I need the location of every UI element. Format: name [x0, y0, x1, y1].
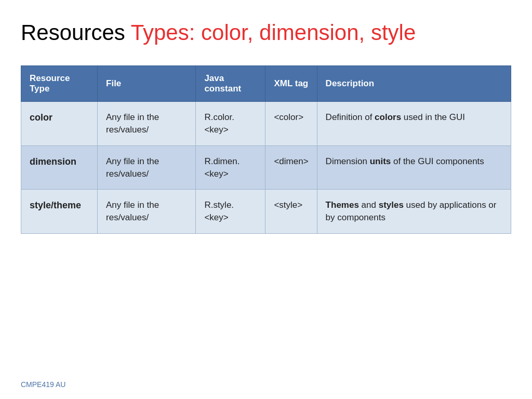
desc-dimension-bold: units [370, 156, 391, 166]
desc-color-plain: Definition of [326, 112, 375, 122]
cell-xml-color: <color> [265, 102, 317, 146]
resource-types-table: Resource Type File Java constant XML tag… [21, 65, 511, 234]
cell-desc-color: Definition of colors used in the GUI [317, 102, 511, 146]
desc-color-rest: used in the GUI [401, 112, 465, 122]
cell-java-color: R.color.<key> [196, 102, 265, 146]
header-file: File [98, 66, 196, 102]
cell-file-style: Any file in the res/values/ [98, 190, 196, 234]
cell-xml-dimension: <dimen> [265, 145, 317, 190]
desc-style-bold2: styles [379, 200, 404, 210]
table-row: style/theme Any file in the res/values/ … [21, 190, 511, 234]
header-description: Description [317, 66, 511, 102]
cell-resource-type-style: style/theme [21, 190, 98, 234]
header-java-constant: Java constant [196, 66, 265, 102]
desc-dimension-rest: of the GUI components [391, 156, 484, 166]
cell-java-dimension: R.dimen.<key> [196, 145, 265, 190]
desc-color-bold: colors [375, 112, 401, 122]
title-part2: Types: color, dimension, style [131, 20, 416, 45]
cell-desc-dimension: Dimension units of the GUI components [317, 145, 511, 190]
header-xml-tag: XML tag [265, 66, 317, 102]
page-title: Resources Types: color, dimension, style [21, 21, 511, 45]
cell-file-dimension: Any file in the res/values/ [98, 145, 196, 190]
table-header-row: Resource Type File Java constant XML tag… [21, 66, 511, 102]
desc-style-bold1: Themes [326, 200, 359, 210]
table-row: dimension Any file in the res/values/ R.… [21, 145, 511, 190]
cell-file-color: Any file in the res/values/ [98, 102, 196, 146]
table-row: color Any file in the res/values/ R.colo… [21, 102, 511, 146]
footer: CMPE419 AU [21, 380, 511, 389]
cell-java-style: R.style.<key> [196, 190, 265, 234]
cell-resource-type-dimension: dimension [21, 145, 98, 190]
cell-resource-type-color: color [21, 102, 98, 146]
desc-dimension-plain: Dimension [326, 156, 370, 166]
cell-desc-style: Themes and styles used by applications o… [317, 190, 511, 234]
desc-style-rest1: and [359, 200, 379, 210]
header-resource-type: Resource Type [21, 66, 98, 102]
cell-xml-style: <style> [265, 190, 317, 234]
page: Resources Types: color, dimension, style… [0, 0, 532, 399]
title-part1: Resources [21, 20, 131, 45]
table-container: Resource Type File Java constant XML tag… [21, 65, 511, 370]
footer-label: CMPE419 AU [21, 380, 65, 389]
